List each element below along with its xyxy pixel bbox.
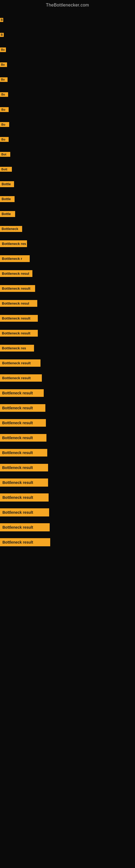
- list-item: Bottleneck result: [0, 506, 135, 519]
- list-item: Bottleneck result: [0, 476, 135, 489]
- bottleneck-label: Bottleneck result: [0, 285, 35, 292]
- bottleneck-label: Bo: [0, 62, 7, 67]
- bottleneck-label: Bo: [0, 107, 9, 112]
- list-item: Bottleneck res: [0, 237, 135, 250]
- list-item: B: [0, 13, 135, 27]
- bottleneck-label: Bottle: [0, 196, 14, 202]
- bottleneck-label: Bottleneck resul: [0, 270, 32, 277]
- list-item: Bottleneck result: [0, 386, 135, 400]
- list-item: Bottleneck result: [0, 431, 135, 444]
- bottleneck-label: Bottleneck result: [0, 330, 38, 337]
- list-item: Bo: [0, 43, 135, 56]
- bottleneck-label: Bottleneck result: [0, 449, 47, 457]
- list-item: Bottleneck result: [0, 356, 135, 370]
- list-item: Bottle: [0, 177, 135, 191]
- list-item: Bo: [0, 118, 135, 131]
- bottleneck-label: Bo: [0, 92, 8, 97]
- bottleneck-label: Bottleneck result: [0, 374, 42, 382]
- bottleneck-label: Bottleneck r: [0, 255, 30, 262]
- bottleneck-label: Bottleneck result: [0, 478, 48, 487]
- list-item: Bottleneck result: [0, 371, 135, 384]
- list-item: Bottleneck result: [0, 446, 135, 459]
- bottleneck-label: Bottleneck result: [0, 360, 41, 367]
- list-item: Bottle: [0, 192, 135, 206]
- bottleneck-label: Bo: [0, 122, 9, 127]
- list-item: Bottleneck r: [0, 252, 135, 265]
- list-item: Bottleneck result: [0, 416, 135, 429]
- list-item: Bottleneck result: [0, 521, 135, 534]
- list-item: Bott: [0, 162, 135, 176]
- bottleneck-label: Bo: [0, 77, 8, 82]
- items-container: BBBoBoBoBoBoBoBoBotBottBottleBottleBottl…: [0, 9, 135, 553]
- list-item: Bottleneck result: [0, 327, 135, 340]
- bottleneck-label: Bottleneck result: [0, 523, 50, 531]
- list-item: Bottleneck resul: [0, 297, 135, 310]
- bottleneck-label: Bottleneck result: [0, 315, 38, 322]
- bottleneck-label: Bottleneck result: [0, 508, 49, 517]
- list-item: Bottleneck result: [0, 282, 135, 295]
- bottleneck-label: Bottleneck result: [0, 434, 46, 442]
- list-item: Bottleneck result: [0, 535, 135, 549]
- list-item: Bottleneck result: [0, 312, 135, 325]
- list-item: Bottleneck result: [0, 491, 135, 504]
- bottleneck-label: Bottleneck result: [0, 389, 44, 397]
- bottleneck-label: Bot: [0, 152, 10, 157]
- list-item: Bo: [0, 58, 135, 71]
- bottleneck-label: Bottleneck result: [0, 404, 45, 412]
- list-item: Bottleneck result: [0, 461, 135, 474]
- bottleneck-label: Bottleneck result: [0, 464, 48, 471]
- bottleneck-label: Bo: [0, 137, 9, 142]
- bottleneck-label: Bo: [0, 48, 6, 52]
- site-title: TheBottlenecker.com: [0, 0, 135, 9]
- list-item: Bottleneck result: [0, 401, 135, 414]
- bottleneck-label: Bottle: [0, 211, 15, 217]
- bottleneck-label: B: [0, 33, 4, 37]
- list-item: Bo: [0, 133, 135, 146]
- list-item: B: [0, 28, 135, 41]
- bottleneck-label: Bottleneck resul: [0, 300, 37, 307]
- bottleneck-label: Bottleneck result: [0, 538, 50, 546]
- list-item: Bo: [0, 103, 135, 116]
- bottleneck-label: Bottleneck result: [0, 419, 46, 427]
- list-item: Bottleneck resul: [0, 267, 135, 280]
- list-item: Bo: [0, 73, 135, 86]
- bottleneck-label: Bottleneck res: [0, 240, 27, 247]
- bottleneck-label: B: [0, 18, 3, 22]
- bottleneck-label: Bottleneck: [0, 226, 22, 232]
- bottleneck-label: Bott: [0, 167, 12, 172]
- list-item: Bottle: [0, 207, 135, 220]
- bottleneck-label: Bottle: [0, 181, 14, 187]
- list-item: Bot: [0, 148, 135, 161]
- bottleneck-label: Bottleneck result: [0, 493, 49, 501]
- list-item: Bottleneck res: [0, 341, 135, 355]
- list-item: Bottleneck: [0, 222, 135, 236]
- list-item: Bo: [0, 88, 135, 101]
- bottleneck-label: Bottleneck res: [0, 345, 34, 351]
